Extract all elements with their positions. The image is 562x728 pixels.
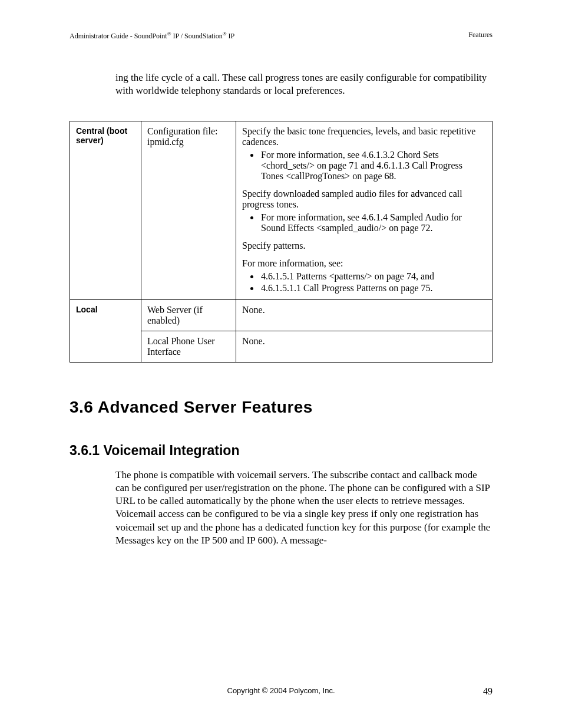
header-right: Features	[468, 31, 492, 41]
cell-source: Configuration file: ipmid.cfg	[141, 121, 236, 300]
section-heading: 3.6 Advanced Server Features	[70, 398, 492, 417]
cell-source: Web Server (if enabled)	[141, 300, 236, 331]
list-item: 4.6.1.5.1 Patterns <patterns/> on page 7…	[260, 271, 486, 282]
cell-location-local: Local	[70, 300, 141, 363]
list-item: 4.6.1.5.1.1 Call Progress Patterns on pa…	[260, 283, 486, 294]
cell-detail: Specify the basic tone frequencies, leve…	[236, 121, 492, 300]
config-table: Central (boot server) Configuration file…	[70, 121, 492, 363]
cell-source: Local Phone User Interface	[141, 331, 236, 363]
cell-detail: None.	[236, 331, 492, 363]
registered-icon: ®	[223, 31, 227, 37]
intro-paragraph: ing the life cycle of a call. These call…	[115, 71, 492, 97]
block-text: For more information, see:	[242, 258, 486, 269]
block-text: Specify the basic tone frequencies, leve…	[242, 126, 486, 147]
table-row: Local Web Server (if enabled) None.	[70, 300, 492, 331]
block-text: Specify downloaded sampled audio files f…	[242, 189, 486, 210]
page-footer: Copyright © 2004 Polycom, Inc. 49	[70, 686, 492, 695]
header-left: Administrator Guide - SoundPoint® IP / S…	[70, 31, 234, 41]
header-left-suffix: IP	[227, 32, 235, 40]
registered-icon: ®	[167, 31, 171, 37]
cell-location-central: Central (boot server)	[70, 121, 141, 300]
cell-detail: None.	[236, 300, 492, 331]
block-text: Specify patterns.	[242, 241, 486, 251]
body-paragraph: The phone is compatible with voicemail s…	[115, 469, 492, 547]
header-left-mid: IP / SoundStation	[171, 32, 223, 40]
subsection-heading: 3.6.1 Voicemail Integration	[70, 443, 492, 459]
table-row: Central (boot server) Configuration file…	[70, 121, 492, 300]
page-header: Administrator Guide - SoundPoint® IP / S…	[70, 31, 492, 41]
header-left-prefix: Administrator Guide - SoundPoint	[70, 32, 167, 40]
list-item: For more information, see 4.6.1.3.2 Chor…	[260, 150, 486, 182]
page-number: 49	[483, 686, 492, 697]
list-item: For more information, see 4.6.1.4 Sample…	[260, 212, 486, 233]
copyright-text: Copyright © 2004 Polycom, Inc.	[227, 686, 335, 695]
